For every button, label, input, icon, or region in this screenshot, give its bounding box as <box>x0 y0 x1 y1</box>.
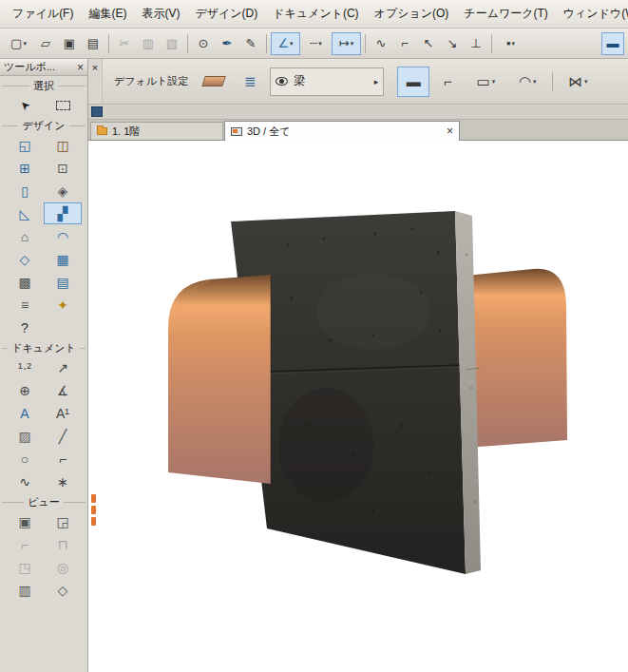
snap-guide-button[interactable]: ┄▾ <box>301 32 331 55</box>
arrow-mode-button[interactable]: ↖ <box>417 32 440 55</box>
elevation-dimension-tool[interactable]: ↗ <box>44 356 82 378</box>
beam-default-button[interactable] <box>198 67 230 97</box>
tab-label: 3D / 全て <box>247 125 291 139</box>
menu-bar: ファイル(F)編集(E)表示(V)デザイン(D)ドキュメント(C)オプション(O… <box>0 0 628 29</box>
roof-tool[interactable]: ⌂ <box>6 225 44 247</box>
door-tool[interactable]: ◫ <box>44 134 82 156</box>
beam-tool[interactable]: ▞ <box>44 202 82 224</box>
inclined-beam-button[interactable]: ⌐ <box>431 67 464 97</box>
line-tool[interactable]: ╱ <box>44 425 82 447</box>
text-tool[interactable]: A <box>6 402 44 424</box>
menu-item-4[interactable]: デザイン(D) <box>188 2 264 26</box>
arrow-mode-icon: ↖ <box>424 37 434 49</box>
section-header-document: ドキュメント <box>2 341 86 355</box>
save-button[interactable]: ▣ <box>58 32 81 55</box>
perpendicular-icon: ⊥ <box>470 37 481 49</box>
polyline-tool[interactable]: ⌐ <box>44 448 82 470</box>
object-tool[interactable]: ◈ <box>44 180 82 202</box>
pen-icon: ✒ <box>222 37 233 49</box>
slab-tool[interactable]: ◺ <box>6 202 44 224</box>
toolbox-header[interactable]: ツールボ... × <box>0 59 87 76</box>
viewport-3d[interactable] <box>88 141 628 672</box>
more-tool[interactable]: ? <box>6 317 44 338</box>
guide-lines-button[interactable]: ∠▾ <box>271 32 300 55</box>
wall-light-patch <box>316 274 430 350</box>
straight-beam-button[interactable]: ▬ <box>397 67 429 97</box>
level-dimension-tool[interactable]: ⊕ <box>6 379 44 401</box>
menu-item-7[interactable]: チームワーク(T) <box>457 2 554 26</box>
morph-tool[interactable]: ◇ <box>6 248 44 270</box>
floor-tab[interactable]: 1. 1階 <box>90 122 223 140</box>
spline-tool[interactable]: ∿ <box>6 470 44 492</box>
arrow-tool[interactable]: ➤ <box>6 94 44 116</box>
zoom-button[interactable]: ⊙ <box>192 32 215 55</box>
menu-item-2[interactable]: 編集(E) <box>82 2 133 26</box>
menu-item-8[interactable]: ウィンドウ(W) <box>557 2 628 26</box>
left-beam[interactable] <box>168 275 271 484</box>
detail-tool[interactable]: ◎ <box>44 556 82 578</box>
menu-item-3[interactable]: 表示(V) <box>135 2 186 26</box>
open-button[interactable]: ▱ <box>34 32 57 55</box>
pencil-button[interactable]: ✎ <box>239 32 262 55</box>
collapsed-palette-badge[interactable] <box>91 494 98 526</box>
perpendicular-button[interactable]: ⊥ <box>465 32 487 55</box>
wall-tool[interactable]: ◱ <box>6 134 44 156</box>
label-tool[interactable]: A¹ <box>44 402 82 424</box>
menu-item-1[interactable]: ファイル(F) <box>6 2 80 26</box>
marquee-tool[interactable] <box>44 94 82 116</box>
crossing-beam-icon: ⋈ <box>568 74 582 88</box>
column-tool[interactable]: ▯ <box>6 180 44 202</box>
pane-handle-icon[interactable] <box>91 106 103 117</box>
mesh-tool[interactable]: ▦ <box>44 248 82 270</box>
trace-reference-button[interactable]: ∿ <box>370 32 392 55</box>
profile-beam-button[interactable]: ▭▾ <box>466 67 505 97</box>
toolbox-close-icon[interactable]: × <box>77 62 84 73</box>
fill-icon: ▨ <box>18 430 30 443</box>
fill-tool[interactable]: ▨ <box>6 425 44 447</box>
interior-elevation-tool[interactable]: ◳ <box>6 556 44 578</box>
zone-tool[interactable]: ▩ <box>6 271 44 293</box>
menu-item-6[interactable]: オプション(O) <box>368 2 456 26</box>
arc-tool[interactable]: ○ <box>6 448 44 470</box>
right-beam[interactable] <box>466 269 567 448</box>
crossing-beam-button[interactable]: ⋈▾ <box>558 67 598 97</box>
cut-button[interactable]: ✂ <box>113 32 136 55</box>
beam-display-button[interactable]: ▬ <box>601 32 624 55</box>
pen-button[interactable]: ✒ <box>216 32 238 55</box>
column-icon: ▯ <box>21 184 29 198</box>
skylight-tool[interactable]: ⊡ <box>44 157 82 179</box>
axonometry-icon: ◇ <box>58 584 68 597</box>
print-button[interactable]: ▤ <box>82 32 105 55</box>
paste-button[interactable]: ▧ <box>161 32 183 55</box>
drawing-icon: ◲ <box>56 515 68 528</box>
axonometry-tool[interactable]: ◇ <box>44 579 82 601</box>
tab-close-icon[interactable]: × <box>447 125 453 138</box>
dimension-tool[interactable]: ¹·² <box>6 356 44 378</box>
settings-close-icon[interactable]: × <box>92 62 98 73</box>
elevation-tool[interactable]: ⊓ <box>44 533 82 555</box>
marquee-mode-button[interactable]: ↘ <box>441 32 464 55</box>
layers-button[interactable]: ≣ <box>234 67 266 97</box>
figure-tool[interactable]: ▣ <box>6 510 44 532</box>
section-tool[interactable]: ⌐ <box>6 533 44 555</box>
gravity-button[interactable]: ↦▾ <box>332 32 361 55</box>
view-3d-tab[interactable]: 3D / 全て× <box>224 121 460 141</box>
new-document-button[interactable]: ▢▾ <box>4 32 33 55</box>
lamp-tool[interactable]: ✦ <box>44 294 82 316</box>
curved-beam-button[interactable]: ◠▾ <box>507 67 547 97</box>
angle-dimension-tool[interactable]: ∡ <box>44 379 82 401</box>
stair-tool[interactable]: ≡ <box>6 294 44 316</box>
menu-item-5[interactable]: ドキュメント(C) <box>266 2 365 26</box>
hotspot-tool[interactable]: ∗ <box>44 470 82 492</box>
window-tool[interactable]: ⊞ <box>6 157 44 179</box>
pen-weight-button[interactable]: ▪▾ <box>496 32 525 55</box>
worksheet-link-button[interactable]: ⌐ <box>393 32 416 55</box>
curtain-wall-tool[interactable]: ▤ <box>44 271 82 293</box>
worksheet-link-icon: ⌐ <box>401 37 409 49</box>
copy-button[interactable]: ▥ <box>137 32 160 55</box>
worksheet-tool[interactable]: ▥ <box>6 579 44 601</box>
element-type-selector[interactable]: 梁 ▸ <box>270 67 384 96</box>
polyline-icon: ⌐ <box>59 452 67 466</box>
shell-tool[interactable]: ◠ <box>44 225 82 247</box>
drawing-tool[interactable]: ◲ <box>44 510 82 532</box>
